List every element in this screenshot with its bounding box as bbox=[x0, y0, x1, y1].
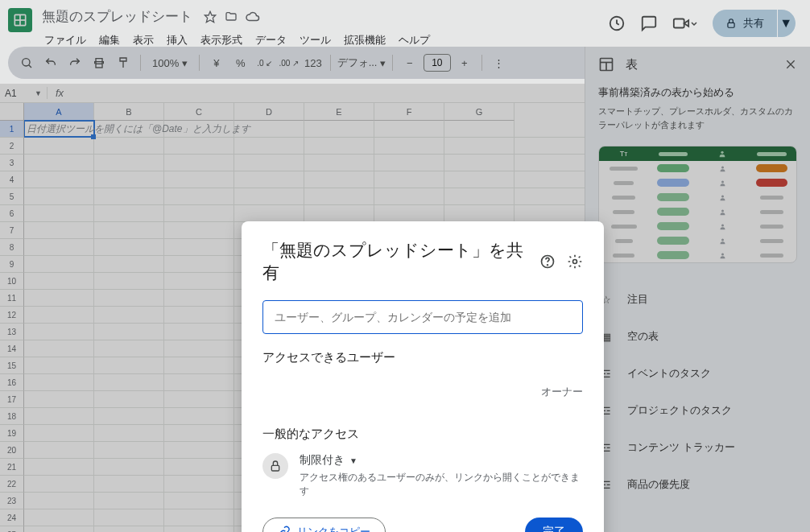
access-level-label: 制限付き bbox=[300, 453, 345, 468]
copy-link-button[interactable]: リンクをコピー bbox=[262, 518, 386, 532]
share-dialog: 「無題のスプレッドシート」を共有 アクセスできるユーザー オーナー 一般的なアク… bbox=[242, 221, 604, 532]
svg-point-24 bbox=[548, 265, 548, 266]
access-level-description: アクセス権のあるユーザーのみが、リンクから開くことができます bbox=[300, 471, 583, 498]
general-access-heading: 一般的なアクセス bbox=[262, 427, 583, 442]
share-dialog-title: 「無題のスプレッドシート」を共有 bbox=[262, 239, 539, 284]
chevron-down-icon: ▼ bbox=[349, 456, 357, 465]
svg-point-25 bbox=[573, 260, 577, 264]
access-level-select[interactable]: 制限付き ▼ bbox=[300, 453, 583, 468]
svg-rect-26 bbox=[271, 465, 279, 471]
owner-label: オーナー bbox=[541, 385, 583, 399]
copy-link-label: リンクをコピー bbox=[297, 525, 370, 532]
add-people-input[interactable] bbox=[262, 300, 583, 334]
help-icon[interactable] bbox=[539, 254, 556, 270]
done-button[interactable]: 完了 bbox=[525, 518, 583, 532]
access-users-heading: アクセスできるユーザー bbox=[262, 350, 583, 365]
lock-icon bbox=[262, 453, 288, 479]
gear-icon[interactable] bbox=[567, 254, 583, 270]
